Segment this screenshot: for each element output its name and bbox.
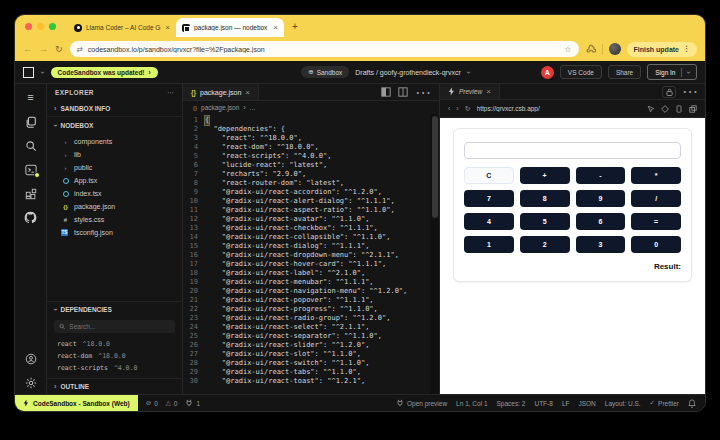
close-preview-tab-icon[interactable]: × — [486, 87, 491, 96]
dependency-row[interactable]: react-dom ^18.0.0 — [47, 350, 182, 362]
code-line[interactable]: 2 "dependencies": { — [183, 125, 439, 134]
file-tree-item[interactable]: {} package.json — [47, 200, 182, 213]
status-item[interactable]: Ln 1, Col 1 — [456, 400, 487, 407]
file-tree-item[interactable]: App.tsx — [47, 174, 182, 187]
code-line[interactable]: 1 { — [183, 116, 439, 125]
dependencies-section[interactable]: › DEPENDENCIES — [47, 301, 182, 317]
preview-back-icon[interactable]: › — [448, 105, 450, 112]
warnings-indicator[interactable]: △ 0 — [166, 399, 178, 407]
user-avatar[interactable]: A — [541, 66, 554, 79]
zoom-window-button[interactable] — [49, 23, 56, 30]
preview-tab[interactable]: Preview × — [440, 84, 500, 99]
file-tree-item[interactable]: › lib — [47, 148, 182, 161]
signin-button[interactable]: Sign In › — [647, 64, 697, 80]
vscode-button[interactable]: VS Code — [560, 65, 602, 79]
finish-update-button[interactable]: Finish update ⋮ — [627, 42, 698, 57]
reload-icon[interactable]: ↻ — [55, 44, 63, 54]
calculator-button[interactable]: C — [464, 167, 514, 184]
explorer-more-icon[interactable]: ⋯ — [167, 89, 174, 97]
layout-icon[interactable] — [398, 87, 408, 97]
editor-scrollbar[interactable] — [430, 114, 439, 394]
open-preview-button[interactable]: Open preview — [396, 399, 447, 407]
code-line[interactable]: 26 "@radix-ui/react-slider": "^1.2.0", — [183, 341, 439, 350]
menu-hamburger-icon[interactable]: ≡ — [24, 91, 37, 104]
editor-more-icon[interactable]: ⋯ — [415, 83, 431, 102]
code-line[interactable]: 24 "@radix-ui/react-select": "^2.1.1", — [183, 323, 439, 332]
code-line[interactable]: 20 "@radix-ui/react-navigation-menu": "^… — [183, 287, 439, 296]
calculator-button[interactable]: 9 — [576, 190, 626, 207]
browser-menu-icon[interactable]: ⋮ — [683, 45, 690, 53]
code-line[interactable]: 6 "lucide-react": "latest", — [183, 161, 439, 170]
share-button[interactable]: Share — [608, 65, 641, 79]
outline-section[interactable]: › OUTLINE — [47, 378, 182, 394]
editor-scrollbar-thumb[interactable] — [432, 116, 438, 218]
codesandbox-logo[interactable] — [23, 67, 34, 78]
calculator-button[interactable]: 6 — [576, 213, 626, 230]
file-tree-item[interactable]: index.tsx — [47, 187, 182, 200]
close-window-button[interactable] — [25, 23, 32, 30]
preview-url-text[interactable]: https://qrvxcr.csb.app/ — [477, 105, 641, 112]
calculator-button[interactable]: - — [576, 167, 626, 184]
account-icon[interactable] — [24, 352, 37, 365]
code-line[interactable]: 30 "@radix-ui/react-toast": "^1.2.1", — [183, 377, 439, 386]
ports-indicator[interactable]: 1 — [185, 399, 200, 407]
code-line[interactable]: 19 "@radix-ui/react-menubar": "^1.1.1", — [183, 278, 439, 287]
calculator-button[interactable]: + — [520, 167, 570, 184]
breadcrumb[interactable]: Drafts / goofy-grothendieck-qrvxcr — [355, 69, 460, 76]
calculator-button[interactable]: * — [631, 167, 681, 184]
browser-tab-package-json[interactable]: package.json — nodebox — C... × — [176, 18, 284, 37]
code-line[interactable]: 25 "@radix-ui/react-separator": "^1.1.0"… — [183, 332, 439, 341]
calculator-button[interactable]: 1 — [464, 236, 514, 253]
devtools-icon[interactable] — [24, 187, 37, 200]
calculator-button[interactable]: 5 — [520, 213, 570, 230]
code-line[interactable]: 4 "react-dom": "^18.0.0", — [183, 143, 439, 152]
search-icon[interactable] — [24, 139, 37, 152]
code-line[interactable]: 3 "react": "^18.0.0", — [183, 134, 439, 143]
calculator-button[interactable]: = — [631, 213, 681, 230]
calculator-button[interactable]: 7 — [464, 190, 514, 207]
forward-icon[interactable]: → — [39, 44, 48, 54]
signin-chevron-icon[interactable]: › — [683, 71, 692, 74]
calculator-button[interactable]: 2 — [520, 236, 570, 253]
code-line[interactable]: 21 "@radix-ui/react-popover": "^1.1.1", — [183, 296, 439, 305]
preview-forward-icon[interactable]: › — [456, 105, 458, 112]
file-tree-item[interactable]: # styles.css — [47, 213, 182, 226]
code-line[interactable]: 27 "@radix-ui/react-slot": "^1.1.0", — [183, 350, 439, 359]
close-editor-tab-icon[interactable]: × — [245, 88, 250, 97]
tab-switcher-icon[interactable]: ⇄ — [77, 45, 83, 54]
split-editor-icon[interactable] — [381, 87, 391, 97]
updated-banner[interactable]: CodeSandbox was updated! › — [51, 67, 158, 78]
code-editor[interactable]: 1 { 2 "dependencies": { 3 — [183, 114, 439, 394]
file-tree-item[interactable]: TS tsconfig.json — [47, 226, 182, 239]
editor-tab-package-json[interactable]: {} package.json × — [183, 84, 259, 100]
code-line[interactable]: 8 "react-router-dom": "latest", — [183, 179, 439, 188]
preview-more-icon[interactable]: ⋯ — [682, 82, 698, 101]
settings-gear-icon[interactable] — [24, 376, 37, 389]
device-toggle-icon[interactable] — [675, 105, 683, 113]
code-line[interactable]: 7 "recharts": "2.9.0", — [183, 170, 439, 179]
code-line[interactable]: 28 "@radix-ui/react-switch": "^1.1.0", — [183, 359, 439, 368]
status-item[interactable]: JSON — [578, 400, 595, 407]
sandbox-badge[interactable]: ⊕ Sandbox — [301, 66, 349, 78]
code-line[interactable]: 12 "@radix-ui/react-avatar": "^1.1.0", — [183, 215, 439, 224]
select-element-icon[interactable] — [661, 105, 669, 113]
terminal-icon[interactable] — [24, 163, 37, 176]
file-tree-item[interactable]: › components — [47, 135, 182, 148]
close-tab-icon[interactable]: × — [165, 23, 170, 32]
calculator-button[interactable]: 0 — [631, 236, 681, 253]
browser-tab-llama-coder[interactable]: Llama Coder – AI Code Gene... × — [68, 18, 176, 37]
calculator-button[interactable]: / — [631, 190, 681, 207]
calculator-button[interactable]: 3 — [576, 236, 626, 253]
editor-breadcrumb[interactable]: {} package.json › ... — [183, 101, 439, 114]
workspace-chevron-icon[interactable]: › — [38, 71, 47, 74]
status-item[interactable]: Layout: U.S. — [605, 400, 641, 407]
calculator-button[interactable]: 4 — [464, 213, 514, 230]
code-line[interactable]: 22 "@radix-ui/react-progress": "^1.1.0", — [183, 305, 439, 314]
errors-indicator[interactable]: ⊘ 0 — [146, 399, 158, 407]
github-icon[interactable] — [24, 211, 37, 224]
open-new-window-icon[interactable] — [689, 105, 697, 113]
code-line[interactable]: 14 "@radix-ui/react-collapsible": "^1.1.… — [183, 233, 439, 242]
code-line[interactable]: 10 "@radix-ui/react-alert-dialog": "^1.1… — [183, 197, 439, 206]
preview-reload-icon[interactable]: ↻ — [465, 105, 471, 113]
status-item[interactable]: Spaces: 2 — [497, 400, 526, 407]
